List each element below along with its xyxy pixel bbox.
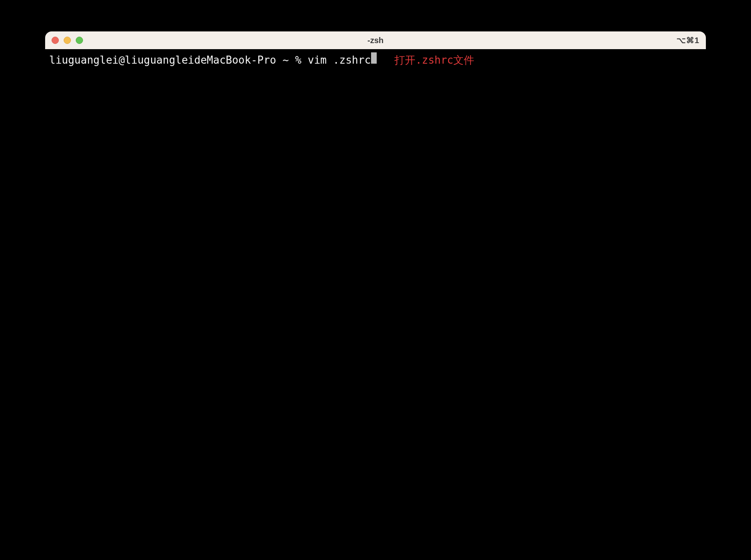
cursor-icon bbox=[371, 52, 377, 64]
window-title: -zsh bbox=[367, 36, 384, 45]
command-text: vim .zshrc bbox=[308, 53, 371, 67]
maximize-button[interactable] bbox=[76, 37, 83, 44]
terminal-body[interactable]: liuguanglei@liuguangleideMacBook-Pro ~ %… bbox=[45, 49, 706, 499]
terminal-window: -zsh ⌥⌘1 liuguanglei@liuguangleideMacBoo… bbox=[45, 31, 706, 499]
close-button[interactable] bbox=[52, 37, 59, 44]
annotation-text: 打开.zshrc文件 bbox=[394, 53, 474, 67]
minimize-button[interactable] bbox=[64, 37, 71, 44]
terminal-line: liuguanglei@liuguangleideMacBook-Pro ~ %… bbox=[49, 52, 702, 67]
traffic-lights bbox=[52, 37, 83, 44]
shell-prompt: liuguanglei@liuguangleideMacBook-Pro ~ % bbox=[49, 53, 308, 67]
shortcut-indicator: ⌥⌘1 bbox=[676, 35, 699, 45]
title-bar: -zsh ⌥⌘1 bbox=[45, 31, 706, 49]
